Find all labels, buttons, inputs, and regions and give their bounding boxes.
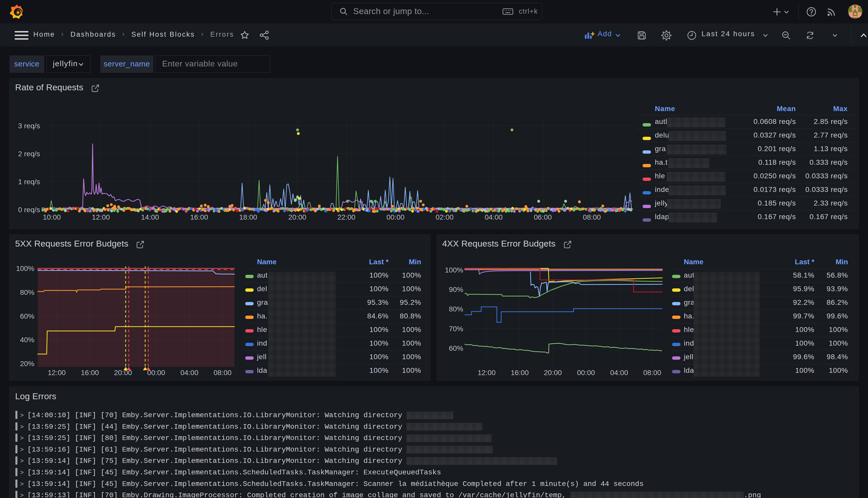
svg-text:60%: 60% — [449, 344, 463, 352]
svg-text:80%: 80% — [449, 305, 463, 313]
svg-text:16:00: 16:00 — [511, 369, 529, 377]
svg-text:20:00: 20:00 — [544, 369, 562, 377]
svg-text:70%: 70% — [449, 325, 463, 333]
svg-text:100%: 100% — [445, 266, 463, 274]
svg-text:90%: 90% — [449, 286, 463, 293]
svg-text:08:00: 08:00 — [643, 369, 661, 377]
svg-text:04:00: 04:00 — [610, 369, 628, 377]
svg-text:12:00: 12:00 — [478, 369, 496, 377]
svg-text:00:00: 00:00 — [577, 369, 595, 377]
